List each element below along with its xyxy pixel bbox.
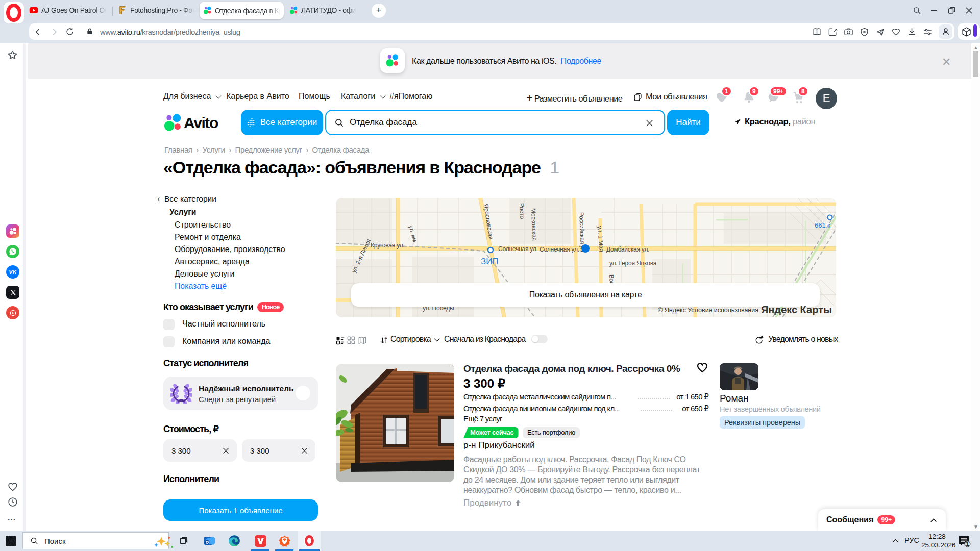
svg-text:1: 1 [966, 541, 969, 547]
svg-text:Круговая ул.: Круговая ул. [371, 242, 405, 249]
svg-text:ул. Героя Яцкова: ул. Героя Яцкова [609, 260, 657, 267]
svg-text:661 к: 661 к [815, 221, 830, 229]
svg-text:Домбайская ул.: Домбайская ул. [606, 246, 649, 253]
svg-text:Солнечная ул.: Солнечная ул. [498, 245, 538, 253]
svg-text:Солнечная ул.: Солнечная ул. [540, 246, 579, 253]
svg-text:ЗИП: ЗИП [481, 257, 499, 266]
svg-text:Росто: Росто [518, 203, 526, 219]
svg-text:Московская: Московская [530, 208, 538, 241]
